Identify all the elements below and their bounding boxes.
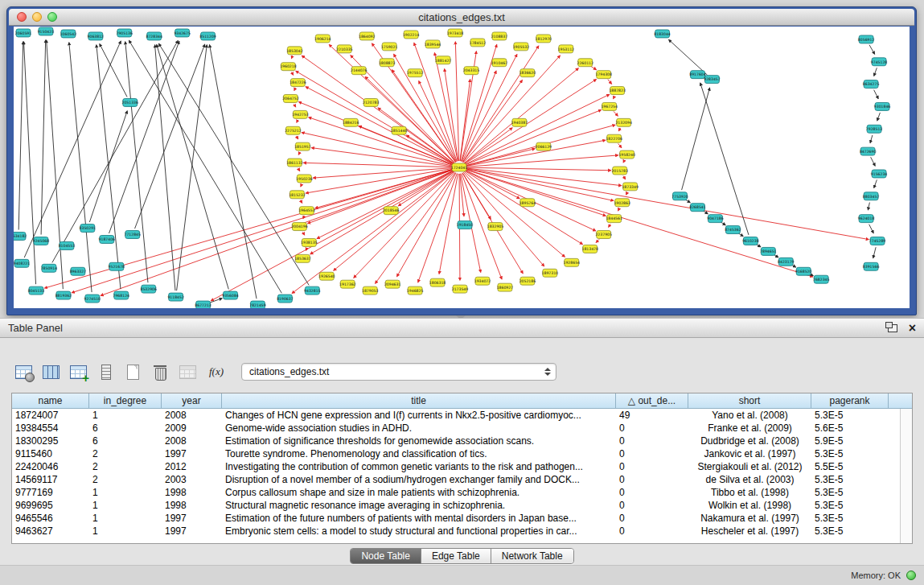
graph-node[interactable]: 8104553: [59, 241, 76, 249]
graph-node[interactable]: 2260112: [577, 59, 594, 67]
graph-node[interactable]: 7634182: [14, 233, 27, 241]
column-header-1[interactable]: in_degree: [89, 393, 162, 409]
graph-node[interactable]: 1950236: [296, 175, 313, 183]
column-header-2[interactable]: year: [162, 393, 222, 409]
function-builder-icon[interactable]: f(x): [203, 361, 230, 382]
graph-node[interactable]: 1813478: [581, 245, 598, 253]
import-table-icon[interactable]: [175, 361, 199, 382]
graph-node[interactable]: 2018546: [383, 207, 400, 215]
graph-node[interactable]: 8056912: [858, 35, 875, 43]
graph-node[interactable]: 1864092: [359, 32, 376, 40]
graph-node[interactable]: 2275212: [285, 126, 302, 134]
table-row[interactable]: 2242004622012Investigating the contribut…: [12, 460, 912, 473]
column-header-4[interactable]: △ out_de...: [616, 393, 688, 409]
graph-node[interactable]: 1873349: [622, 183, 639, 191]
graph-node[interactable]: 9521678: [109, 262, 125, 270]
graph-node[interactable]: 8963327: [70, 267, 87, 275]
graph-node[interactable]: 1794308: [595, 71, 612, 79]
graph-node[interactable]: 9610238: [742, 237, 759, 245]
graph-node[interactable]: 1926540: [318, 272, 335, 280]
table-row[interactable]: 969969511998Structural magnetic resonanc…: [12, 499, 912, 512]
graph-node[interactable]: 1724041: [451, 163, 468, 171]
graph-node[interactable]: 8183044: [654, 30, 671, 38]
graph-node[interactable]: 2060591: [15, 29, 32, 37]
graph-node[interactable]: 8634275: [863, 80, 880, 89]
graph-node[interactable]: 1881427: [435, 56, 452, 64]
graph-node[interactable]: 8391566: [863, 262, 880, 270]
graph-node[interactable]: 1836620: [519, 69, 536, 77]
graph-node[interactable]: 2064752: [282, 95, 299, 103]
graph-node[interactable]: 1895764: [519, 199, 536, 207]
network-canvas[interactable]: 1724041185304219602181847226206475219427…: [14, 27, 910, 308]
tab-network-table[interactable]: Network Table: [491, 549, 573, 563]
graph-node[interactable]: 9156234: [871, 170, 888, 178]
table-source-dropdown[interactable]: citations_edges.txt: [241, 363, 556, 381]
graph-node[interactable]: 1975512: [407, 69, 424, 77]
graph-node[interactable]: 1897310: [542, 269, 559, 277]
graph-node[interactable]: 8677213: [195, 301, 211, 308]
table-row[interactable]: 1830029562008Estimation of significance …: [12, 435, 912, 447]
delete-table-icon[interactable]: [148, 361, 172, 382]
table-row[interactable]: 1456911722003Disruption of a novel membe…: [12, 473, 912, 486]
column-header-3[interactable]: title: [222, 393, 616, 409]
graph-node[interactable]: 8472690: [860, 147, 877, 155]
graph-node[interactable]: 2004196: [291, 223, 308, 231]
graph-node[interactable]: 1060542: [60, 30, 77, 38]
column-header-5[interactable]: short: [688, 393, 811, 409]
graph-node[interactable]: 1806318: [429, 278, 446, 286]
graph-node[interactable]: 2052186: [519, 277, 536, 285]
graph-node[interactable]: 1844561: [606, 215, 622, 223]
graph-node[interactable]: 9745128: [871, 58, 888, 66]
graph-node[interactable]: 7968124: [113, 291, 130, 299]
graph-node[interactable]: 1853042: [286, 47, 303, 55]
graph-node[interactable]: 9301846: [874, 102, 891, 110]
graph-node[interactable]: 2043315: [463, 67, 480, 75]
graph-node[interactable]: 9168520: [795, 267, 812, 275]
column-header-0[interactable]: name: [12, 393, 89, 409]
graph-node[interactable]: 9245068: [33, 237, 50, 245]
graph-node[interactable]: 9432815: [304, 286, 321, 295]
float-panel-icon[interactable]: [888, 324, 897, 332]
graph-node[interactable]: 1853637: [294, 254, 311, 262]
graph-node[interactable]: 9408221: [14, 259, 30, 267]
graph-node[interactable]: 8803457: [863, 192, 880, 200]
graph-node[interactable]: 1973418: [447, 29, 464, 37]
graph-node[interactable]: 9047186: [707, 215, 724, 223]
graph-node[interactable]: 1759021: [381, 43, 398, 51]
graph-node[interactable]: 2051336: [122, 98, 139, 106]
graph-node[interactable]: 1815232: [289, 191, 306, 199]
graph-node[interactable]: 1902214: [403, 31, 420, 39]
graph-node[interactable]: 8350291: [80, 225, 97, 233]
graph-node[interactable]: 1934072: [474, 277, 491, 285]
graph-node[interactable]: 1832905: [487, 223, 504, 231]
table-row[interactable]: 911546021997Tourette syndrome. Phenomeno…: [12, 447, 912, 460]
show-columns-icon[interactable]: [39, 361, 63, 382]
graph-node[interactable]: 9150423: [38, 27, 55, 35]
graph-node[interactable]: 1910467: [491, 59, 508, 67]
graph-node[interactable]: 1946825: [407, 286, 424, 295]
table-row[interactable]: 1938455462009Genome-wide association stu…: [12, 422, 912, 435]
graph-node[interactable]: 1822706: [606, 134, 622, 142]
graph-node[interactable]: 1808873: [379, 59, 396, 67]
graph-node[interactable]: 7821459: [249, 301, 266, 308]
graph-node[interactable]: 1879053: [362, 286, 379, 295]
graph-node[interactable]: 7753920: [671, 192, 688, 200]
graph-node[interactable]: 2210335: [336, 45, 353, 53]
graph-node[interactable]: 1958240: [618, 150, 635, 159]
graph-node[interactable]: 1918450: [457, 221, 474, 229]
graph-node[interactable]: 7905136: [117, 29, 133, 37]
network-graph[interactable]: 1724041185304219602181847226206475219427…: [14, 27, 910, 308]
graph-node[interactable]: 9356084: [222, 291, 239, 299]
tab-node-table[interactable]: Node Table: [351, 549, 421, 563]
graph-node[interactable]: 8268541: [689, 204, 706, 212]
graph-node[interactable]: 9283457: [704, 76, 721, 84]
column-settings-icon[interactable]: [11, 361, 35, 382]
graph-node[interactable]: 8819362: [55, 291, 72, 299]
graph-node[interactable]: 2144076: [351, 67, 368, 75]
graph-node[interactable]: 7928513: [866, 125, 883, 133]
tab-edge-table[interactable]: Edge Table: [421, 549, 491, 563]
graph-node[interactable]: 1884216: [343, 118, 359, 126]
graph-node[interactable]: 1861132: [286, 159, 303, 167]
network-window-titlebar[interactable]: citations_edges.txt: [9, 9, 914, 26]
graph-node[interactable]: 1967254: [601, 102, 618, 110]
